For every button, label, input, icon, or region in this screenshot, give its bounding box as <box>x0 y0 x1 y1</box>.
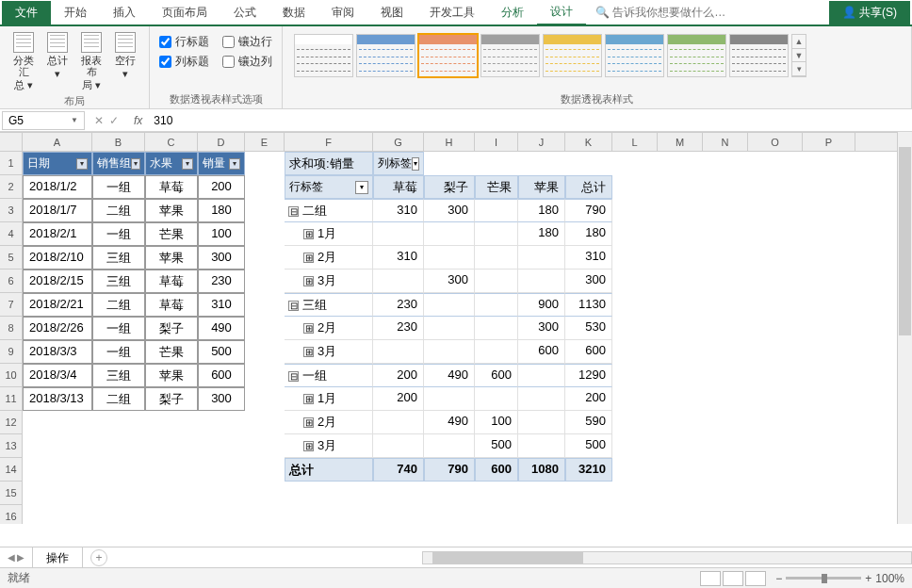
row-header[interactable]: 8 <box>0 317 22 340</box>
cell[interactable]: 苹果 <box>145 364 198 387</box>
cell[interactable]: ⊞3月 <box>285 270 373 293</box>
cell[interactable]: ⊞2月 <box>285 317 373 340</box>
column-header[interactable]: L <box>612 133 658 151</box>
cell[interactable]: 1290 <box>565 364 612 387</box>
cell[interactable]: 销售组▾ <box>92 152 145 175</box>
cell[interactable]: 100 <box>198 222 245 246</box>
cell[interactable]: ⊞3月 <box>285 434 373 458</box>
name-box[interactable]: G5▼ <box>2 111 85 130</box>
cell[interactable]: ⊞2月 <box>285 411 373 434</box>
cell[interactable] <box>518 434 565 458</box>
zoom-out-button[interactable]: − <box>775 572 782 585</box>
cell[interactable] <box>475 246 518 270</box>
menu-tab[interactable]: 数据 <box>269 1 318 24</box>
file-tab[interactable]: 文件 <box>2 1 51 24</box>
row-header[interactable]: 12 <box>0 411 22 434</box>
filter-icon[interactable]: ▾ <box>412 157 419 171</box>
layout-button[interactable]: 空行▾ <box>109 30 141 92</box>
cell[interactable]: 1130 <box>565 293 612 317</box>
cell[interactable]: 三组 <box>92 246 145 270</box>
expand-icon[interactable]: ⊞ <box>303 276 314 286</box>
row-header[interactable]: 5 <box>0 246 22 270</box>
pivottable-style[interactable] <box>480 34 540 77</box>
cell[interactable]: 梨子 <box>145 317 198 340</box>
cell[interactable]: 230 <box>373 293 424 317</box>
zoom-in-button[interactable]: + <box>865 572 871 585</box>
cell[interactable]: 200 <box>373 387 424 411</box>
expand-icon[interactable]: ⊞ <box>303 441 314 451</box>
cell[interactable] <box>424 387 475 411</box>
cell[interactable]: 梨子 <box>424 175 475 199</box>
cell[interactable]: 草莓 <box>373 175 424 199</box>
sheet-tab[interactable]: 操作 <box>32 547 83 569</box>
row-header[interactable]: 9 <box>0 340 22 364</box>
cell[interactable]: 一组 <box>92 317 145 340</box>
cell[interactable]: 芒果 <box>145 340 198 364</box>
cell[interactable]: 310 <box>373 246 424 270</box>
gallery-more-icon[interactable]: ▾ <box>792 62 806 76</box>
expand-icon[interactable]: ⊞ <box>303 229 314 239</box>
cell[interactable] <box>518 364 565 387</box>
cell[interactable]: 180 <box>565 222 612 246</box>
cell[interactable]: 2018/2/10 <box>23 246 92 270</box>
cell[interactable]: 310 <box>198 293 245 317</box>
column-header[interactable]: E <box>245 133 285 151</box>
cell[interactable]: ⊞1月 <box>285 222 373 246</box>
cell[interactable]: 行标签▾ <box>285 175 373 199</box>
column-header[interactable]: D <box>198 133 245 151</box>
cell[interactable] <box>475 293 518 317</box>
cell[interactable]: 200 <box>373 364 424 387</box>
cell[interactable] <box>373 340 424 364</box>
gallery-up-icon[interactable]: ▲ <box>792 35 806 49</box>
cell[interactable]: 2018/2/26 <box>23 317 92 340</box>
cell[interactable]: 300 <box>424 199 475 222</box>
cell[interactable]: 梨子 <box>145 387 198 411</box>
cell[interactable]: 二组 <box>92 199 145 222</box>
cell[interactable]: 300 <box>198 387 245 411</box>
cell[interactable]: 300 <box>518 317 565 340</box>
cell[interactable]: 300 <box>424 270 475 293</box>
row-header[interactable]: 15 <box>0 482 22 505</box>
formula-input[interactable]: 310 <box>148 112 912 129</box>
share-button[interactable]: 👤 共享(S) <box>829 1 910 24</box>
menu-tab[interactable]: 审阅 <box>318 1 367 24</box>
cell[interactable]: 740 <box>373 458 424 482</box>
column-header[interactable]: K <box>565 133 612 151</box>
cell[interactable] <box>475 317 518 340</box>
col-header-check[interactable]: 列标题 <box>159 54 209 70</box>
cell[interactable] <box>475 222 518 246</box>
cell[interactable]: 790 <box>565 199 612 222</box>
cell[interactable]: 2018/2/21 <box>23 293 92 317</box>
pivottable-style[interactable] <box>356 34 415 77</box>
row-header[interactable]: 3 <box>0 199 22 222</box>
cell[interactable] <box>475 387 518 411</box>
row-header[interactable]: 11 <box>0 387 22 411</box>
expand-icon[interactable]: ⊟ <box>288 301 299 311</box>
pivottable-style[interactable] <box>418 34 478 77</box>
expand-icon[interactable]: ⊟ <box>288 206 299 217</box>
cell[interactable]: 草莓 <box>145 270 198 293</box>
column-header[interactable]: J <box>518 133 565 151</box>
cell[interactable]: 230 <box>373 317 424 340</box>
cell[interactable] <box>518 387 565 411</box>
row-header[interactable]: 14 <box>0 458 22 482</box>
cell[interactable]: ⊟一组 <box>285 364 373 387</box>
page-break-view-button[interactable] <box>745 571 766 586</box>
cell[interactable]: 一组 <box>92 175 145 199</box>
add-sheet-button[interactable]: + <box>90 549 107 566</box>
cell[interactable]: 2018/2/15 <box>23 270 92 293</box>
cell[interactable]: 草莓 <box>145 175 198 199</box>
row-header[interactable]: 1 <box>0 152 22 175</box>
layout-button[interactable]: 分类汇总 ▾ <box>8 30 40 92</box>
filter-icon[interactable]: ▾ <box>131 158 140 170</box>
cell[interactable]: 310 <box>373 199 424 222</box>
cell[interactable]: ⊞1月 <box>285 387 373 411</box>
cell[interactable]: 苹果 <box>145 199 198 222</box>
cell[interactable]: 2018/1/7 <box>23 199 92 222</box>
filter-icon[interactable]: ▾ <box>76 158 88 170</box>
column-header[interactable]: O <box>748 133 803 151</box>
cell[interactable]: 2018/3/4 <box>23 364 92 387</box>
cell[interactable]: 二组 <box>92 387 145 411</box>
column-header[interactable]: G <box>373 133 424 151</box>
cell[interactable] <box>518 246 565 270</box>
